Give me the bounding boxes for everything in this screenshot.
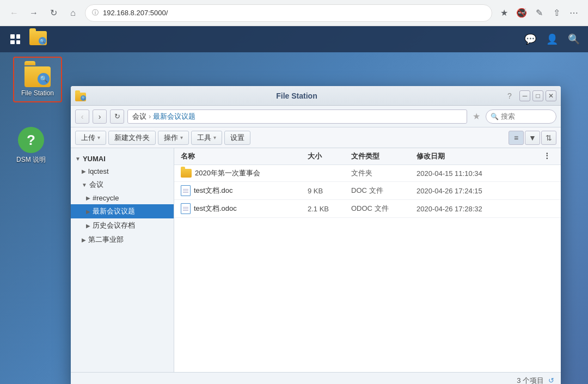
taskbar-file-station-icon[interactable]: 🔍 — [28, 28, 50, 50]
actions-dropdown-arrow: ▾ — [180, 135, 183, 141]
settings-label: 设置 — [230, 133, 244, 143]
sidebar-root-item[interactable]: ▼ YUMAI — [71, 153, 174, 165]
odoc-icon — [181, 203, 191, 214]
tools-button[interactable]: 工具 ▾ — [191, 131, 222, 145]
sidebar-item-history-arrow: ▶ — [86, 223, 90, 229]
upload-label: 上传 — [81, 133, 95, 143]
address-bar[interactable]: ⓘ 192.168.8.207:5000/ — [85, 4, 492, 22]
table-row[interactable]: test文档.doc 9 KB DOC 文件 2020-04-26 17:24:… — [174, 182, 561, 200]
sidebar-item-recycle-arrow: ▶ — [86, 195, 90, 201]
folder-icon — [181, 169, 192, 178]
table-row[interactable]: test文档.odoc 2.1 KB ODOC 文件 2020-04-26 17… — [174, 200, 561, 218]
file-list-header: 名称 大小 文件类型 修改日期 ⋮ — [174, 148, 561, 165]
window-navigation-toolbar: ‹ › ↻ 会议 › 最新会议议题 ★ 🔍 — [71, 106, 561, 127]
view-dropdown-button[interactable]: ▼ — [525, 131, 540, 145]
bookmark-button[interactable]: ★ — [497, 5, 512, 21]
security-icon: ⓘ — [92, 8, 99, 17]
table-row[interactable]: 2020年第一次董事会 文件夹 2020-04-15 11:10:34 — [174, 165, 561, 182]
file-list: 名称 大小 文件类型 修改日期 ⋮ 2020年第一次董事会 文件夹 2020-0… — [174, 148, 561, 372]
path-separator: › — [149, 112, 151, 120]
search-input[interactable] — [501, 112, 544, 120]
refresh-button[interactable]: ↻ — [46, 5, 61, 21]
favorite-button[interactable]: ★ — [470, 111, 482, 121]
file-station-window: 🔍 File Station ? ─ □ ✕ ‹ › ↻ 会议 › 最新会议议题… — [71, 86, 561, 384]
browser-chrome: ← → ↻ ⌂ ⓘ 192.168.8.207:5000/ ★ 🚭 ✎ ⇧ ⋯ — [0, 0, 588, 26]
sidebar-item-meeting[interactable]: ▼ 会议 — [71, 178, 174, 192]
content-area: ▼ YUMAI ▶ lqctest ▼ 会议 ▶ #recycle ▶ 最新 — [71, 148, 561, 372]
header-name: 名称 — [181, 151, 308, 161]
sidebar-item-history-meeting[interactable]: ▶ 历史会议存档 — [71, 218, 174, 233]
nav-forward-button[interactable]: › — [93, 109, 107, 124]
profile-button[interactable]: ✎ — [531, 5, 547, 21]
taskbar: 🔍 💬 👤 🔍 — [0, 26, 588, 52]
share-button[interactable]: ⇧ — [549, 5, 564, 21]
new-folder-button[interactable]: 新建文件夹 — [108, 131, 156, 145]
doc-lines — [183, 189, 188, 193]
file-station-label: File Station — [21, 89, 54, 98]
file-date: 2020-04-15 11:10:34 — [416, 169, 543, 178]
sidebar-item-lqctest[interactable]: ▶ lqctest — [71, 165, 174, 178]
header-more: ⋮ — [543, 151, 554, 161]
actions-button[interactable]: 操作 ▾ — [158, 131, 189, 145]
window-close-button[interactable]: ✕ — [546, 90, 556, 101]
chat-button[interactable]: 💬 — [520, 29, 540, 49]
path-segment-2: 最新会议议题 — [153, 112, 195, 121]
sidebar-item-division2[interactable]: ▶ 第二事业部 — [71, 233, 174, 247]
window-maximize-button[interactable]: □ — [532, 90, 543, 101]
file-type: ODOC 文件 — [351, 204, 416, 214]
sidebar-item-latest-meeting[interactable]: ▶ 最新会议议题 — [71, 204, 174, 218]
file-name: test文档.odoc — [194, 204, 237, 214]
taskbar-apps-button[interactable] — [4, 28, 26, 50]
sidebar-item-division2-label: 第二事业部 — [88, 235, 124, 245]
search-overlay-icon: 🔍 — [39, 37, 46, 45]
home-button[interactable]: ⌂ — [65, 5, 81, 21]
footer-refresh-button[interactable]: ↺ — [548, 376, 554, 384]
path-segment-1: 会议 — [132, 112, 146, 121]
new-folder-label: 新建文件夹 — [114, 133, 150, 143]
tools-label: 工具 — [197, 133, 211, 143]
sort-button[interactable]: ⇅ — [541, 131, 556, 145]
doc-lines — [183, 207, 188, 211]
dsm-help-label: DSM 说明 — [16, 155, 46, 164]
forward-button[interactable]: → — [26, 5, 41, 21]
file-name: 2020年第一次董事会 — [195, 168, 260, 178]
menu-button[interactable]: ⋯ — [566, 5, 581, 21]
file-name: test文档.doc — [194, 186, 233, 196]
sidebar-item-history-label: 历史会议存档 — [93, 221, 135, 230]
file-type: 文件夹 — [351, 168, 416, 178]
search-box[interactable]: 🔍 — [486, 109, 556, 124]
window-controls: ─ □ ✕ — [519, 90, 556, 101]
window-folder-search: 🔍 — [81, 95, 86, 101]
nav-refresh-button[interactable]: ↻ — [110, 109, 124, 124]
action-toolbar: 上传 ▾ 新建文件夹 操作 ▾ 工具 ▾ 设置 ≡ ▼ ⇅ — [71, 127, 561, 148]
sidebar-root-arrow: ▼ — [75, 156, 81, 162]
settings-button[interactable]: 设置 — [224, 131, 250, 145]
header-date: 修改日期 — [416, 151, 543, 161]
taskbar-right: 💬 👤 🔍 — [520, 29, 584, 49]
sidebar-item-meeting-label: 会议 — [89, 180, 103, 190]
sidebar-item-recycle-label: #recycle — [93, 194, 119, 202]
header-size: 大小 — [308, 151, 351, 161]
back-button[interactable]: ← — [7, 5, 22, 21]
window-minimize-button[interactable]: ─ — [519, 90, 530, 101]
path-bar[interactable]: 会议 › 最新会议议题 — [127, 109, 467, 124]
browser-actions: ★ 🚭 ✎ ⇧ ⋯ — [497, 5, 581, 21]
search-button[interactable]: 🔍 — [564, 29, 584, 49]
tools-dropdown-arrow: ▾ — [213, 135, 216, 141]
user-button[interactable]: 👤 — [542, 29, 562, 49]
file-name-cell: test文档.odoc — [181, 203, 308, 214]
window-help-button[interactable]: ? — [504, 90, 515, 101]
upload-button[interactable]: 上传 ▾ — [75, 131, 106, 145]
upload-dropdown-arrow: ▾ — [97, 135, 100, 141]
sidebar-root-label: YUMAI — [83, 155, 106, 163]
dsm-help-desktop-icon[interactable]: ? DSM 说明 — [16, 127, 46, 164]
sidebar-item-recycle[interactable]: ▶ #recycle — [71, 192, 174, 204]
extensions-button[interactable]: 🚭 — [514, 5, 529, 21]
sidebar-item-division2-arrow: ▶ — [82, 237, 86, 243]
file-count: 3 个项目 — [517, 376, 544, 385]
file-station-desktop-icon[interactable]: 🔍 File Station — [13, 57, 62, 102]
nav-back-button[interactable]: ‹ — [75, 109, 89, 124]
view-list-button[interactable]: ≡ — [509, 131, 524, 145]
address-text: 192.168.8.207:5000/ — [103, 9, 168, 17]
sidebar: ▼ YUMAI ▶ lqctest ▼ 会议 ▶ #recycle ▶ 最新 — [71, 148, 174, 372]
